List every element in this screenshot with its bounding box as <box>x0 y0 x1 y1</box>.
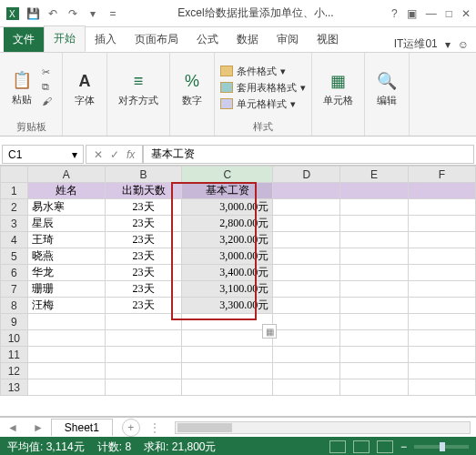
cell[interactable] <box>182 330 273 347</box>
tab-home[interactable]: 开始 <box>44 25 86 52</box>
cell[interactable]: 3,000.00元 <box>182 199 273 216</box>
row-header[interactable]: 3 <box>1 216 28 232</box>
cell[interactable]: 王琦 <box>27 232 105 248</box>
help-icon[interactable]: ? <box>391 7 398 20</box>
cell[interactable] <box>408 330 475 347</box>
cell[interactable]: 23天 <box>105 232 182 248</box>
paste-button[interactable]: 📋 粘贴 <box>5 67 38 108</box>
cell[interactable]: 姓名 <box>27 183 105 199</box>
cell[interactable]: 出勤天数 <box>105 183 182 199</box>
cell[interactable]: 23天 <box>105 216 182 232</box>
cell[interactable]: 基本工资 <box>182 183 273 199</box>
row-header[interactable]: 8 <box>1 298 28 314</box>
sheet-nav-prev-icon[interactable]: ◄ <box>0 421 25 434</box>
cell[interactable] <box>105 379 182 396</box>
name-box-dropdown-icon[interactable]: ▾ <box>72 148 77 161</box>
sheet-nav-next-icon[interactable]: ► <box>25 421 51 434</box>
cell[interactable] <box>105 363 182 379</box>
cell[interactable]: 易水寒 <box>27 199 105 216</box>
cell[interactable] <box>27 363 105 379</box>
cell[interactable] <box>408 265 475 281</box>
cell[interactable] <box>408 281 475 298</box>
cell[interactable]: 2,800.00元 <box>182 216 273 232</box>
account-dropdown-icon[interactable]: ▾ <box>445 38 451 51</box>
cell[interactable]: 3,400.00元 <box>182 265 273 281</box>
cell[interactable]: 23天 <box>105 298 182 314</box>
row-header[interactable]: 6 <box>1 265 28 281</box>
conditional-format-button[interactable]: 条件格式 ▾ <box>220 65 306 78</box>
add-sheet-button[interactable]: + <box>122 419 140 437</box>
account-name[interactable]: IT运维01 <box>394 36 438 52</box>
view-pagebreak-icon[interactable] <box>377 440 393 453</box>
cell[interactable] <box>273 330 340 347</box>
cell[interactable] <box>340 379 408 396</box>
cut-icon[interactable]: ✂ <box>42 66 56 79</box>
row-header[interactable]: 7 <box>1 281 28 298</box>
cell[interactable]: 华龙 <box>27 265 105 281</box>
cell[interactable] <box>408 298 475 314</box>
cell[interactable] <box>408 248 475 265</box>
maximize-icon[interactable]: □ <box>446 7 452 20</box>
cell[interactable] <box>340 265 408 281</box>
cell[interactable] <box>273 183 340 199</box>
col-header-e[interactable]: E <box>340 167 408 183</box>
table-format-button[interactable]: 套用表格格式 ▾ <box>220 81 306 95</box>
cell[interactable] <box>340 281 408 298</box>
cell[interactable] <box>105 347 182 363</box>
cell[interactable] <box>340 183 408 199</box>
tab-data[interactable]: 数据 <box>228 27 268 52</box>
horizontal-scrollbar[interactable] <box>175 421 471 434</box>
cell[interactable] <box>273 298 340 314</box>
cell[interactable]: 23天 <box>105 265 182 281</box>
save-icon[interactable]: 💾 <box>25 6 40 21</box>
row-header[interactable]: 9 <box>1 314 28 330</box>
col-header-b[interactable]: B <box>105 167 182 183</box>
cell[interactable] <box>340 347 408 363</box>
cell[interactable]: 星辰 <box>27 216 105 232</box>
col-header-c[interactable]: C <box>182 167 273 183</box>
fx-icon[interactable]: fx <box>127 148 135 161</box>
cell-style-button[interactable]: 单元格样式 ▾ <box>220 97 306 111</box>
sheet-tab-active[interactable]: Sheet1 <box>51 419 113 436</box>
close-icon[interactable]: ✕ <box>461 7 471 20</box>
cell[interactable] <box>273 265 340 281</box>
cell[interactable] <box>408 232 475 248</box>
cell[interactable] <box>408 379 475 396</box>
cell[interactable] <box>27 330 105 347</box>
row-header[interactable]: 5 <box>1 248 28 265</box>
enter-formula-icon[interactable]: ✓ <box>110 148 119 161</box>
scrollbar-thumb[interactable] <box>177 423 232 432</box>
row-header[interactable]: 1 <box>1 183 28 199</box>
tab-insert[interactable]: 插入 <box>86 27 126 52</box>
tab-formulas[interactable]: 公式 <box>187 27 228 52</box>
cell[interactable] <box>273 248 340 265</box>
cell[interactable] <box>182 379 273 396</box>
undo-icon[interactable]: ↶ <box>46 6 60 21</box>
editing-button[interactable]: 🔍 编辑 <box>370 68 403 109</box>
cell[interactable] <box>273 199 340 216</box>
tab-review[interactable]: 审阅 <box>268 27 308 52</box>
cell[interactable]: 23天 <box>105 199 182 216</box>
ribbon-display-icon[interactable]: ▣ <box>407 7 417 20</box>
excel-app-icon[interactable]: X <box>5 6 20 21</box>
cell[interactable]: 汪梅 <box>27 298 105 314</box>
qat-overflow-icon[interactable]: = <box>106 6 120 21</box>
view-layout-icon[interactable] <box>353 440 370 453</box>
worksheet-grid[interactable]: A B C D E F 1 姓名 出勤天数 基本工资 2易水寒23天3,000.… <box>0 166 476 396</box>
cell[interactable] <box>340 199 408 216</box>
cell[interactable]: 23天 <box>105 248 182 265</box>
cell[interactable] <box>273 314 340 330</box>
number-button[interactable]: % 数字 <box>176 68 208 109</box>
cell[interactable] <box>408 363 475 379</box>
row-header[interactable]: 12 <box>1 363 28 379</box>
select-all-corner[interactable] <box>1 167 28 183</box>
cell[interactable] <box>27 314 105 330</box>
row-header[interactable]: 4 <box>1 232 28 248</box>
zoom-slider[interactable] <box>414 445 469 449</box>
cell[interactable] <box>273 232 340 248</box>
copy-icon[interactable]: ⧉ <box>42 81 56 94</box>
cell[interactable]: 3,200.00元 <box>182 232 273 248</box>
formula-input[interactable]: 基本工资 <box>143 145 474 164</box>
cell[interactable] <box>105 330 182 347</box>
col-header-a[interactable]: A <box>27 167 105 183</box>
